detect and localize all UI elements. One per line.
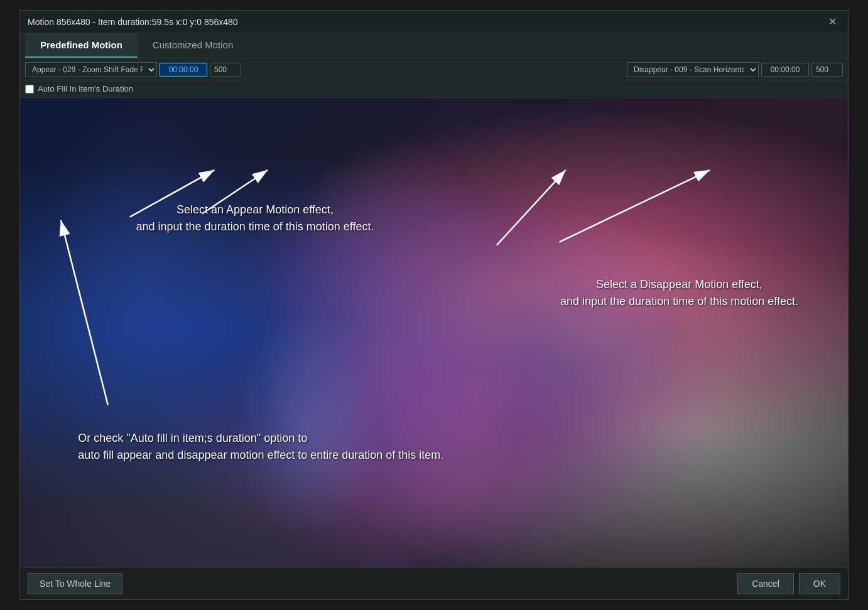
appear-ms-input[interactable]: [210, 63, 241, 77]
disappear-section: Disappear - 009 - Scan Horizontal F: [627, 62, 843, 77]
preview-area: Select an Appear Motion effect, and inpu…: [20, 98, 848, 567]
motion-dialog: Motion 856x480 - Item duration:59.5s x:0…: [19, 10, 849, 600]
appear-time-input[interactable]: [160, 63, 207, 77]
bottom-right-buttons: Cancel OK: [737, 573, 840, 594]
ok-button[interactable]: OK: [799, 573, 840, 594]
dialog-title: Motion 856x480 - Item duration:59.5s x:0…: [28, 17, 238, 27]
smoke-background: [20, 98, 848, 567]
controls-row: Appear - 029 - Zoom Shift Fade Fro Disap…: [20, 58, 848, 82]
disappear-effect-dropdown[interactable]: Disappear - 009 - Scan Horizontal F: [627, 62, 759, 77]
disappear-time-input[interactable]: [761, 63, 809, 77]
annotation-appear: Select an Appear Motion effect, and inpu…: [136, 201, 374, 235]
auto-fill-checkbox[interactable]: [25, 85, 34, 94]
appear-section: Appear - 029 - Zoom Shift Fade Fro: [25, 62, 241, 77]
close-button[interactable]: ✕: [825, 14, 840, 29]
tabs-row: Predefined Motion Customized Motion: [20, 33, 848, 58]
annotation-auto: Or check "Auto fill in item;s duration" …: [78, 430, 443, 464]
bottom-bar: Set To Whole Line Cancel OK: [20, 567, 848, 599]
annotation-disappear: Select a Disappear Motion effect, and in…: [560, 276, 798, 310]
tab-predefined-motion[interactable]: Predefined Motion: [25, 33, 138, 58]
tab-customized-motion[interactable]: Customized Motion: [138, 33, 248, 58]
checkbox-row: Auto Fill In Item's Duration: [20, 82, 848, 98]
disappear-ms-input[interactable]: [811, 63, 843, 77]
appear-effect-dropdown[interactable]: Appear - 029 - Zoom Shift Fade Fro: [25, 62, 157, 77]
title-bar: Motion 856x480 - Item duration:59.5s x:0…: [20, 11, 848, 33]
cancel-button[interactable]: Cancel: [737, 573, 794, 594]
set-to-whole-line-button[interactable]: Set To Whole Line: [28, 573, 122, 594]
auto-fill-label[interactable]: Auto Fill In Item's Duration: [25, 84, 133, 94]
